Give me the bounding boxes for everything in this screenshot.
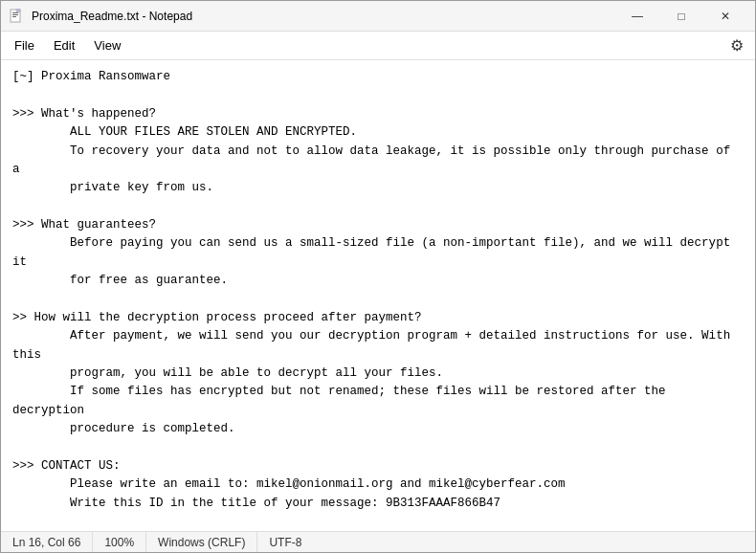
menu-file[interactable]: File [5,34,44,56]
line-ending: Windows (CRLF) [146,532,257,552]
notepad-window: Proxima_Readme.txt - Notepad — □ ✕ File … [0,0,756,553]
app-icon [9,9,24,24]
status-bar: Ln 16, Col 66 100% Windows (CRLF) UTF-8 [1,531,755,552]
minimize-button[interactable]: — [615,1,659,32]
zoom-level: 100% [93,532,146,552]
window-controls: — □ ✕ [615,1,747,32]
menu-bar: File Edit View ⚙ [1,32,755,60]
cursor-position: Ln 16, Col 66 [9,532,93,552]
window-title: Proxima_Readme.txt - Notepad [32,10,615,23]
document-content: [~] Proxima Ransomware >>> What's happen… [12,68,744,531]
svg-rect-2 [12,14,18,15]
text-editor[interactable]: [~] Proxima Ransomware >>> What's happen… [1,60,755,531]
encoding: UTF-8 [257,532,313,552]
maximize-button[interactable]: □ [659,1,703,32]
svg-rect-4 [16,9,20,12]
title-bar: Proxima_Readme.txt - Notepad — □ ✕ [1,1,755,32]
close-button[interactable]: ✕ [703,1,747,32]
menu-bar-right: ⚙ [730,36,751,55]
menu-edit[interactable]: Edit [44,34,84,56]
svg-rect-3 [12,16,16,17]
menu-view[interactable]: View [84,34,130,56]
settings-icon[interactable]: ⚙ [730,36,744,55]
